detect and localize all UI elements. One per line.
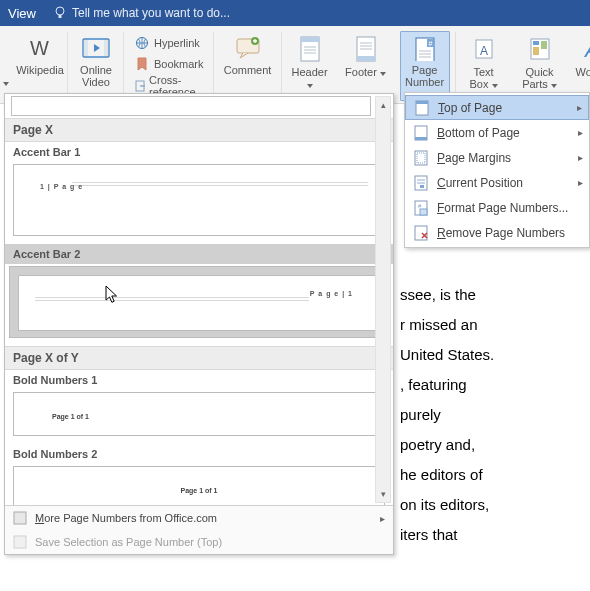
page-number-button[interactable]: # Page Number (400, 31, 450, 101)
svg-point-0 (56, 7, 64, 15)
current-position-icon (414, 175, 428, 191)
save-icon (13, 535, 29, 549)
cross-ref-icon (134, 79, 145, 93)
bookmark-button[interactable]: Bookmark (130, 54, 208, 76)
svg-rect-37 (415, 137, 427, 140)
svg-text:#: # (428, 40, 432, 47)
save-selection: Save Selection as Page Number (Top) (5, 530, 393, 554)
svg-rect-17 (357, 56, 375, 61)
more-page-numbers[interactable]: More Page Numbers from Office.com▸ (5, 506, 393, 530)
svg-text:W: W (30, 37, 49, 59)
gallery-item-accent-bar-1[interactable]: 1 | P a g e (13, 164, 385, 236)
page-margins-icon (414, 150, 428, 166)
text-box-button[interactable]: A Text Box (462, 31, 506, 101)
svg-rect-46 (420, 209, 427, 215)
page-top-icon (415, 100, 429, 116)
wordart-button[interactable]: A WordArt (574, 31, 590, 101)
comment-button[interactable]: Comment (220, 31, 276, 101)
gallery-item-bold-numbers-1-label: Bold Numbers 1 (5, 370, 393, 390)
svg-rect-35 (416, 101, 428, 104)
svg-rect-48 (14, 512, 26, 524)
gallery-category-page-x: Page X (5, 118, 393, 142)
wikipedia-button[interactable]: W Wikipedia (18, 31, 62, 101)
svg-rect-31 (541, 41, 547, 49)
comment-icon (233, 35, 263, 61)
title-bar: View Tell me what you want to do... (0, 0, 590, 26)
svg-rect-5 (104, 39, 109, 57)
gallery-footer: More Page Numbers from Office.com▸ Save … (5, 505, 393, 554)
gallery-item-bold-numbers-2-label: Bold Numbers 2 (5, 444, 393, 464)
hyperlink-button[interactable]: Hyperlink (130, 32, 204, 54)
gallery-item-bold-numbers-1[interactable]: Page 1 of 1 (13, 392, 385, 436)
page-bottom-icon (414, 125, 428, 141)
gallery-scroll: Page X Accent Bar 1 1 | P a g e Accent B… (5, 94, 393, 505)
gallery-item-accent-bar-2-label: Accent Bar 2 (5, 244, 393, 264)
menu-item-bottom-of-page[interactable]: Bottom of Page▸ (405, 120, 589, 145)
svg-rect-47 (415, 226, 427, 240)
svg-text:A: A (583, 37, 590, 62)
video-icon (81, 35, 111, 61)
gallery-category-page-x-of-y: Page X of Y (5, 346, 393, 370)
scroll-up-icon[interactable]: ▴ (376, 97, 390, 113)
menu-item-top-of-page[interactable]: Top of Page▸ (405, 95, 589, 120)
gallery-filter-bar[interactable] (11, 96, 371, 116)
document-body-text: ssee, is the r missed an United States. … (400, 280, 590, 550)
menu-item-remove-page-numbers[interactable]: Remove Page Numbers (405, 220, 589, 245)
view-tab[interactable]: View (8, 6, 54, 21)
office-icon (13, 511, 29, 525)
prev-group-caret[interactable] (3, 82, 9, 86)
footer-icon (354, 35, 378, 63)
remove-page-numbers-icon (414, 225, 428, 241)
quick-parts-icon (528, 35, 552, 63)
bookmark-icon (134, 57, 150, 71)
tell-me[interactable]: Tell me what you want to do... (54, 6, 230, 20)
quick-parts-button[interactable]: Quick Parts (518, 31, 562, 101)
page-number-gallery: Page X Accent Bar 1 1 | P a g e Accent B… (4, 93, 394, 555)
hyperlink-icon (134, 36, 150, 50)
footer-button[interactable]: Footer (344, 31, 388, 101)
lightbulb-icon (54, 6, 66, 20)
menu-item-page-margins[interactable]: Page Margins▸ (405, 145, 589, 170)
svg-text:A: A (480, 44, 488, 58)
gallery-item-accent-bar-2[interactable]: P a g e | 1 (9, 266, 389, 338)
svg-rect-32 (533, 47, 539, 55)
svg-marker-6 (94, 44, 100, 52)
svg-rect-30 (533, 41, 539, 45)
svg-rect-43 (420, 185, 424, 188)
scroll-down-icon[interactable]: ▾ (376, 486, 390, 502)
page-number-dropdown: Top of Page▸ Bottom of Page▸ Page Margin… (404, 92, 590, 248)
svg-rect-49 (14, 536, 26, 548)
menu-item-format-page-numbers[interactable]: # Format Page Numbers... (405, 195, 589, 220)
svg-rect-12 (301, 37, 319, 42)
gallery-scrollbar[interactable]: ▴ ▾ (375, 96, 391, 503)
header-icon (298, 35, 322, 63)
page-number-icon: # (413, 36, 437, 61)
text-box-icon: A (472, 35, 496, 63)
tell-me-text: Tell me what you want to do... (72, 6, 230, 20)
header-button[interactable]: Header (288, 31, 332, 101)
gallery-item-accent-bar-1-label: Accent Bar 1 (5, 142, 393, 162)
wikipedia-icon: W (27, 35, 53, 61)
svg-rect-1 (58, 15, 61, 18)
online-video-button[interactable]: Online Video (74, 31, 118, 101)
wordart-icon: A (583, 35, 590, 63)
format-page-numbers-icon: # (414, 200, 428, 216)
menu-item-current-position[interactable]: Current Position▸ (405, 170, 589, 195)
svg-rect-4 (83, 39, 88, 57)
gallery-item-bold-numbers-2[interactable]: Page 1 of 1 (13, 466, 385, 505)
